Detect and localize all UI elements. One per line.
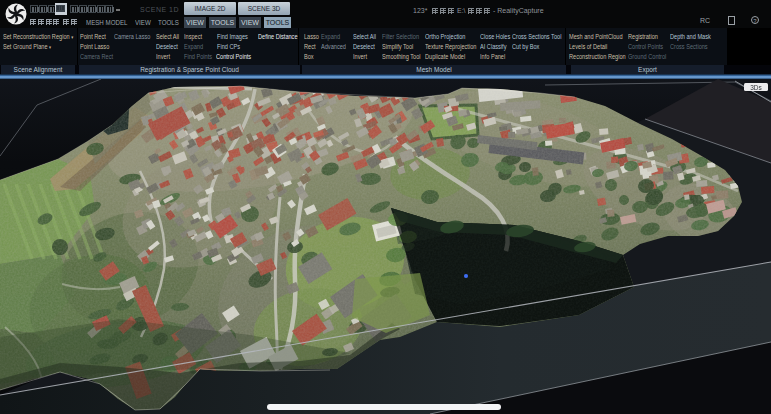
svg-text:3Ds: 3Ds xyxy=(750,84,762,91)
